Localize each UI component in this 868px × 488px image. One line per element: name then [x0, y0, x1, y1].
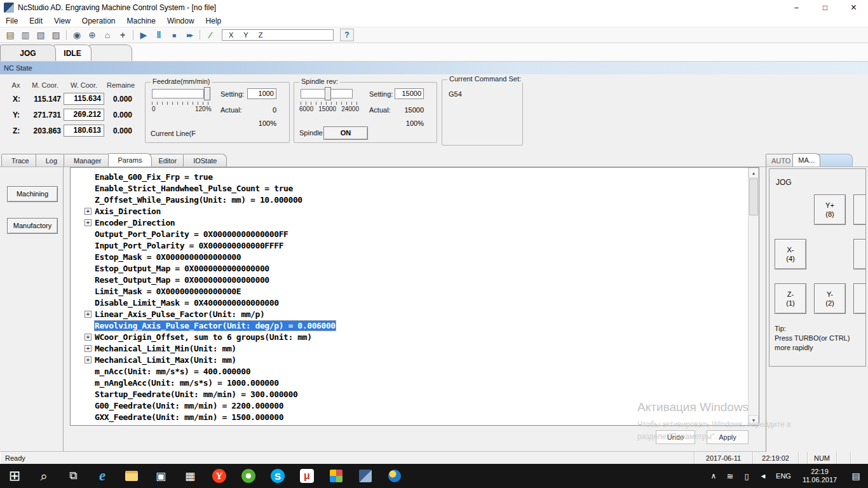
taskbar-item[interactable]: ▣	[146, 464, 175, 488]
param-row[interactable]: Enable_Strict_Handwheel_Pulse_Count = tr…	[71, 182, 759, 194]
taskbar-item[interactable]	[380, 464, 409, 488]
param-row[interactable]: WCoor_Origin_Offset, sum to 6 groups(Uni…	[71, 331, 759, 342]
param-row[interactable]: Mechanical_Limit_Max(Unit: mm)	[71, 354, 759, 365]
expand-plus-icon[interactable]	[85, 356, 92, 363]
taskbar-item[interactable]: ⌕	[29, 464, 58, 488]
param-row[interactable]: Estop_Mask = 0X0000000000000000	[71, 251, 759, 262]
jog-z-minus-button[interactable]: Z- (1)	[775, 283, 806, 314]
apply-button[interactable]: Apply	[707, 430, 749, 444]
language-indicator[interactable]: ENG	[771, 472, 796, 480]
scrollbar-thumb[interactable]	[749, 179, 758, 215]
menu-item[interactable]: View	[48, 15, 76, 27]
scroll-down-icon[interactable]	[749, 415, 759, 425]
home-icon[interactable]: ⌂	[100, 28, 115, 42]
scroll-up-icon[interactable]	[749, 168, 759, 178]
taskbar-item[interactable]	[234, 464, 263, 488]
menu-item[interactable]: Operation	[76, 15, 121, 27]
panel-tab[interactable]: Editor	[148, 154, 187, 166]
param-row[interactable]: m_nAngleAcc(Unit: mm/s*s) = 1000.000000	[71, 377, 759, 388]
close-button[interactable]	[839, 0, 868, 15]
taskbar-item[interactable]: S	[263, 464, 292, 488]
param-row[interactable]: Input_Port_Polarity = 0X000000000000FFFF	[71, 240, 759, 251]
panel-tab[interactable]: Trace	[1, 154, 39, 166]
spindle-on-button[interactable]: ON	[323, 126, 368, 140]
param-row[interactable]: Reset_Output_Map = 0X0000000000000000	[71, 274, 759, 285]
taskbar-item[interactable]: Y	[205, 464, 234, 488]
tray-item[interactable]: ◄	[755, 464, 771, 488]
jog-y-minus-button[interactable]: Y- (2)	[814, 283, 846, 314]
screen-icon[interactable]: ▨	[48, 28, 64, 42]
jog-y-plus-button[interactable]: Y+ (8)	[814, 194, 846, 225]
tray-item[interactable]: ▯	[738, 464, 755, 488]
expand-plus-icon[interactable]	[85, 345, 92, 352]
param-row[interactable]: Encoder_Direction	[71, 217, 759, 228]
slash-icon[interactable]: ∕	[203, 28, 218, 42]
maximize-button[interactable]	[811, 0, 839, 15]
menu-item[interactable]: Machine	[121, 15, 161, 27]
pause-button[interactable]: ‖	[151, 28, 166, 42]
feedrate-slider-track[interactable]	[152, 89, 204, 98]
expand-plus-icon[interactable]	[85, 311, 92, 318]
undo-button[interactable]: Undo	[656, 430, 695, 444]
taskbar-item[interactable]: ▦	[175, 464, 205, 488]
work-coordinate-box[interactable]: 115.634	[64, 93, 104, 105]
manufactory-button[interactable]: Manufactory	[7, 218, 58, 234]
taskbar-item[interactable]: ⊞	[0, 464, 29, 488]
taskbar-item[interactable]	[322, 464, 351, 488]
resume-button[interactable]: ▸▸	[182, 28, 197, 42]
taskbar-item[interactable]: ⧉	[58, 464, 88, 488]
taskbar-clock[interactable]: 22:19 11.06.2017	[796, 468, 844, 484]
panel-tab[interactable]: IOState	[183, 154, 227, 166]
param-row[interactable]: Linear_Axis_Pulse_Factor(Unit: mm/p)	[71, 308, 759, 320]
param-row[interactable]: G00_Feedrate(Unit: mm/min) = 2200.000000	[71, 400, 759, 411]
param-row[interactable]: GXX_Feedrate(Unit: mm/min) = 1500.000000	[71, 411, 759, 423]
jog-clipped-button[interactable]	[853, 283, 866, 314]
param-row[interactable]: Limit_Mask = 0X000000000000000E	[71, 285, 759, 297]
start-button[interactable]: ▶	[136, 28, 151, 42]
stop-button[interactable]: ■	[166, 28, 182, 42]
tray-item[interactable]: ∧	[705, 464, 722, 488]
param-row[interactable]: Startup_Feedrate(Unit: mm/min) = 300.000…	[71, 388, 759, 400]
save-icon[interactable]: ▥	[18, 28, 33, 42]
menu-item[interactable]: Window	[161, 15, 200, 27]
jog-x-minus-button[interactable]: X- (4)	[775, 239, 806, 269]
param-row[interactable]: Axis_Direction	[71, 205, 759, 217]
tab-jog-mode[interactable]: JOG	[0, 44, 56, 61]
feedrate-setting-input[interactable]: 1000	[247, 88, 276, 99]
help-button[interactable]: ?	[340, 29, 354, 41]
param-row[interactable]: Output_Port_Polarity = 0X00000000000000F…	[71, 228, 759, 240]
spindle-slider-thumb[interactable]	[325, 87, 331, 100]
expand-plus-icon[interactable]	[85, 219, 92, 226]
layout-icon[interactable]: ▧	[33, 28, 48, 42]
taskbar-item[interactable]: μ	[292, 464, 322, 488]
param-row[interactable]: Revolving_Axis_Pulse_Factor(Unit: deg/p)…	[71, 320, 759, 331]
param-row[interactable]: Z_Offset_While_Pausing(Unit: mm) = 10.00…	[71, 194, 759, 205]
open-file-icon[interactable]: ▤	[3, 28, 18, 42]
status-idle-tab[interactable]: IDLE	[53, 44, 92, 61]
panel-tab[interactable]: Log	[36, 154, 67, 166]
menu-item[interactable]: File	[0, 15, 24, 27]
params-scrollbar[interactable]	[748, 168, 759, 425]
feedrate-slider-thumb[interactable]	[204, 87, 210, 100]
minimize-button[interactable]	[782, 0, 811, 15]
origin-icon[interactable]: ⊕	[85, 28, 100, 42]
jog-clipped-button[interactable]	[853, 194, 866, 225]
tab-auto[interactable]: AUTO	[766, 154, 796, 166]
panel-tab[interactable]: Manager	[64, 154, 111, 166]
expand-plus-icon[interactable]	[85, 334, 92, 341]
machining-button[interactable]: Machining	[7, 186, 58, 202]
param-row[interactable]: Estop_Output_Map = 0X0000000000000000	[71, 262, 759, 274]
expand-plus-icon[interactable]	[85, 208, 92, 215]
taskbar-item[interactable]	[117, 464, 146, 488]
param-row[interactable]: Disable_Limit_Mask = 0X4000000000000000	[71, 297, 759, 308]
taskbar-item[interactable]	[351, 464, 380, 488]
work-coordinate-box[interactable]: 180.613	[64, 125, 104, 137]
jog-clipped-button[interactable]	[853, 239, 866, 269]
work-coordinate-box[interactable]: 269.212	[64, 109, 104, 121]
panel-tab[interactable]: Params	[108, 153, 153, 166]
param-row[interactable]: Enable_G00_Fix_Frp = true	[71, 171, 759, 182]
action-center-icon[interactable]: ▤	[844, 464, 868, 488]
calibrate-icon[interactable]: +	[115, 28, 130, 42]
spindle-setting-input[interactable]: 15000	[395, 88, 424, 99]
menu-item[interactable]: Edit	[24, 15, 48, 27]
